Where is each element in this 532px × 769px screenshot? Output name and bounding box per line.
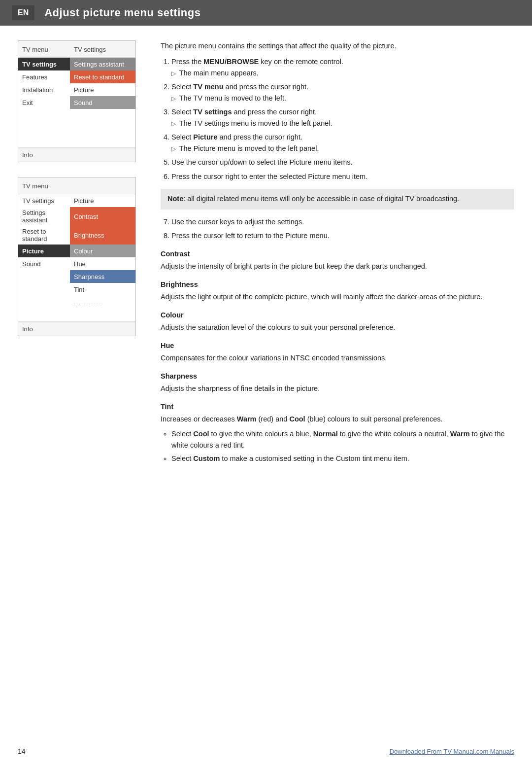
- menu1-cell-left-3[interactable]: Installation: [18, 83, 70, 96]
- menu2-cell-left-1[interactable]: Settings assistant: [18, 207, 70, 226]
- step-3: Select TV settings and press the cursor …: [171, 106, 514, 129]
- menu2-row-4: Sound Hue: [18, 257, 135, 270]
- en-badge: EN: [12, 5, 34, 20]
- section-brightness-heading: Brightness: [161, 279, 514, 290]
- menu1-header-right: TV settings: [70, 44, 135, 55]
- menu2-row-6: Tint: [18, 283, 135, 296]
- note-box: Note: all digital related menu items wil…: [161, 189, 514, 210]
- step-4: Select Picture and press the cursor righ…: [171, 132, 514, 154]
- menu2-row-3: Picture Colour: [18, 245, 135, 257]
- step-5: Use the cursor up/down to select the Pic…: [171, 157, 514, 168]
- tint-bullets: Select Cool to give the white colours a …: [171, 428, 514, 464]
- menu1-cell-left-1[interactable]: TV settings: [18, 58, 70, 70]
- menu2-cell-left-6: [18, 283, 70, 296]
- tint-bullet-2: Select Custom to make a customised setti…: [171, 453, 514, 464]
- menu2-cell-right-7: ............: [70, 296, 135, 309]
- section-colour: Colour Adjusts the saturation level of t…: [161, 310, 514, 333]
- menu1-row-4: Exit Sound: [18, 96, 135, 109]
- menu2-cell-right-2[interactable]: Brightness: [70, 226, 135, 245]
- menu1-row-2: Features Reset to standard: [18, 70, 135, 83]
- menu2-cell-right-6: Tint: [70, 283, 135, 296]
- section-hue-text: Compensates for the colour variations in…: [161, 352, 514, 363]
- header: EN Adjust picture menu settings: [0, 0, 532, 26]
- menu2-row-1: Settings assistant Contrast: [18, 207, 135, 226]
- menu2-cell-left-5: [18, 270, 70, 283]
- step-7: Use the cursor keys to adjust the settin…: [171, 216, 514, 227]
- menu2-row-7: ............: [18, 296, 135, 309]
- section-contrast-text: Adjusts the intensity of bright parts in…: [161, 261, 514, 272]
- footer: 14 Downloaded From TV-Manual.com Manuals: [0, 747, 532, 755]
- menu1-row-1: TV settings Settings assistant: [18, 58, 135, 70]
- menu2-row-5: Sharpness: [18, 270, 135, 283]
- menu2-cell-left-7: [18, 296, 70, 309]
- page-number: 14: [18, 747, 26, 755]
- menu2-header-left: TV menu: [18, 180, 70, 192]
- menu1-cell-right-4[interactable]: Sound: [70, 96, 135, 109]
- menu-box-1: TV menu TV settings TV settings Settings…: [18, 40, 136, 162]
- menu1-info: Info: [18, 148, 135, 162]
- section-colour-text: Adjusts the saturation level of the colo…: [161, 322, 514, 333]
- footer-link[interactable]: Downloaded From TV-Manual.com Manuals: [390, 748, 514, 755]
- menu2-header-right: [70, 180, 135, 192]
- menu2-empty-1: [18, 309, 135, 321]
- menu2-cell-right-3[interactable]: Colour: [70, 245, 135, 257]
- section-sharpness-text: Adjusts the sharpness of fine details in…: [161, 383, 514, 394]
- menu1-cell-right-2[interactable]: Reset to standard: [70, 70, 135, 83]
- menu1-empty-1: [18, 109, 135, 122]
- steps-list-2: Use the cursor keys to adjust the settin…: [171, 216, 514, 242]
- menu2-cell-left-2[interactable]: Reset to standard: [18, 226, 70, 245]
- menu1-cell-right-3[interactable]: Picture: [70, 83, 135, 96]
- section-hue: Hue Compensates for the colour variation…: [161, 340, 514, 364]
- section-sharpness-heading: Sharpness: [161, 371, 514, 382]
- section-brightness-text: Adjusts the light output of the complete…: [161, 291, 514, 302]
- menu2-cell-left-3[interactable]: Picture: [18, 245, 70, 257]
- menu1-header-left: TV menu: [18, 44, 70, 55]
- menu1-cell-left-4[interactable]: Exit: [18, 96, 70, 109]
- menu1-empty-3: [18, 135, 135, 147]
- menu2-cell-left-4[interactable]: Sound: [18, 257, 70, 270]
- menu1-row-3: Installation Picture: [18, 83, 135, 96]
- tint-bullet-1: Select Cool to give the white colours a …: [171, 428, 514, 451]
- menu2-cell-right-5[interactable]: Sharpness: [70, 270, 135, 283]
- menu2-cell-right-4: Hue: [70, 257, 135, 270]
- menu-column: TV menu TV settings TV settings Settings…: [18, 40, 146, 469]
- section-colour-heading: Colour: [161, 310, 514, 320]
- menu1-cell-left-2[interactable]: Features: [18, 70, 70, 83]
- section-contrast: Contrast Adjusts the intensity of bright…: [161, 248, 514, 272]
- content-column: The picture menu contains the settings t…: [161, 40, 514, 469]
- menu-box-2: TV menu TV settings Picture Settings ass…: [18, 177, 136, 336]
- steps-list: Press the MENU/BROWSE key on the remote …: [171, 56, 514, 182]
- step-6: Press the cursor right to enter the sele…: [171, 171, 514, 182]
- step-2: Select TV menu and press the cursor righ…: [171, 81, 514, 104]
- section-contrast-heading: Contrast: [161, 248, 514, 259]
- step-8: Press the cursor left to return to the P…: [171, 230, 514, 241]
- step-1: Press the MENU/BROWSE key on the remote …: [171, 56, 514, 78]
- menu2-row-2: Reset to standard Brightness: [18, 226, 135, 245]
- menu2-row-header: TV settings Picture: [18, 194, 135, 207]
- section-hue-heading: Hue: [161, 340, 514, 351]
- intro-text: The picture menu contains the settings t…: [161, 40, 514, 51]
- menu2-cell-right-1[interactable]: Contrast: [70, 207, 135, 226]
- menu2-cell-left-0[interactable]: TV settings: [18, 194, 70, 207]
- section-brightness: Brightness Adjusts the light output of t…: [161, 279, 514, 303]
- menu1-empty-2: [18, 122, 135, 135]
- menu2-info: Info: [18, 322, 135, 336]
- section-sharpness: Sharpness Adjusts the sharpness of fine …: [161, 371, 514, 394]
- section-tint-heading: Tint: [161, 401, 514, 412]
- page-title: Adjust picture menu settings: [44, 6, 200, 19]
- menu1-cell-right-1[interactable]: Settings assistant: [70, 58, 135, 70]
- menu2-cell-right-header: Picture: [70, 194, 135, 207]
- section-tint: Tint Increases or decreases Warm (red) a…: [161, 401, 514, 464]
- section-tint-text: Increases or decreases Warm (red) and Co…: [161, 414, 514, 424]
